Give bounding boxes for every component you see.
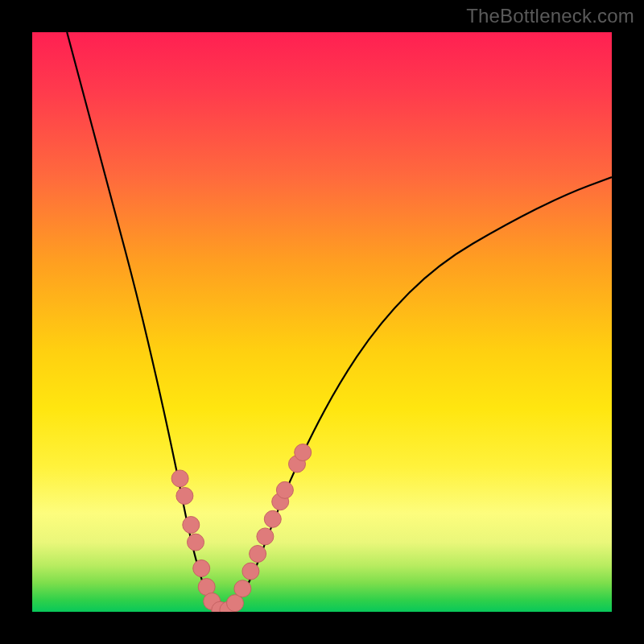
curve-marker (276, 481, 293, 498)
highlighted-markers (171, 444, 312, 613)
curve-marker (242, 563, 259, 580)
watermark-text: TheBottleneck.com (466, 5, 634, 27)
curve-marker (264, 510, 281, 527)
curve-marker (198, 579, 215, 596)
curve-marker (171, 470, 188, 487)
curve-marker (227, 595, 244, 612)
chart-svg (32, 32, 612, 612)
curve-marker (272, 493, 289, 510)
curve-marker (220, 601, 237, 612)
chart-frame: TheBottleneck.com (0, 0, 644, 644)
curve-marker (183, 517, 200, 534)
curve-marker (212, 601, 229, 612)
plot-area (32, 32, 612, 612)
curve-marker (289, 456, 306, 473)
curve-marker (193, 560, 210, 577)
curve-marker (295, 444, 312, 461)
curve-marker (188, 534, 204, 551)
curve-marker (257, 528, 274, 545)
bottleneck-curve (67, 32, 612, 610)
curve-marker (176, 488, 193, 505)
curve-marker (234, 580, 251, 597)
curve-marker (250, 546, 266, 563)
curve-marker (204, 593, 221, 610)
